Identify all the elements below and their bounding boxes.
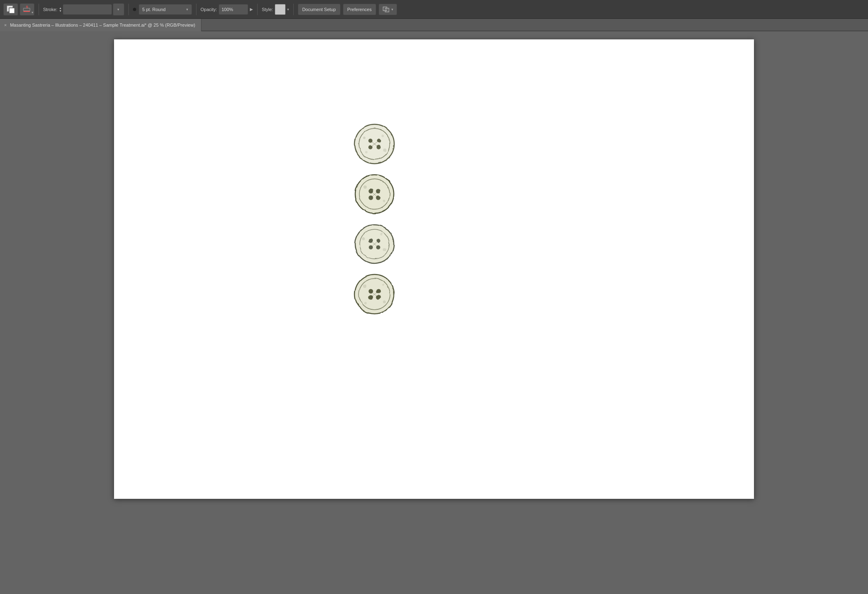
brush-dot-icon [133, 8, 136, 11]
button-artwork-3 [352, 222, 397, 267]
sep-1 [39, 4, 39, 15]
svg-point-38 [362, 238, 365, 240]
brush-dropdown-arrow: ▾ [186, 7, 188, 11]
sep-4 [257, 4, 258, 15]
opacity-group: Opacity: ▶ [201, 4, 253, 15]
stroke-value-input[interactable] [63, 4, 112, 15]
svg-point-40 [380, 233, 383, 235]
sep-3 [196, 4, 196, 15]
doc-tab-bar: × Masanting Sastreria – Illustrations – … [0, 19, 868, 31]
canvas-area [0, 31, 868, 594]
svg-point-18 [381, 135, 384, 137]
svg-point-16 [363, 137, 365, 139]
doc-tab[interactable]: × Masanting Sastreria – Illustrations – … [0, 19, 201, 31]
svg-point-29 [383, 200, 385, 202]
main-toolbar: S ▾ Stroke: ▲ ▼ ▾ 5 pt. Round ▾ Opacity:… [0, 0, 868, 19]
arrange-dropdown-arrow: ▾ [391, 7, 393, 11]
style-color-swatch[interactable] [275, 4, 286, 15]
button-artwork-4 [352, 272, 397, 317]
button-artwork-2 [352, 171, 397, 217]
fill-stroke-group: S ▾ [3, 3, 34, 16]
svg-point-51 [382, 284, 384, 286]
svg-point-39 [383, 248, 386, 251]
svg-point-20 [355, 175, 394, 213]
stroke-label: Stroke: [43, 7, 57, 12]
stroke-dropdown-btn[interactable]: ▾ [113, 3, 124, 16]
sep-5 [293, 4, 294, 15]
brush-name-label: 5 pt. Round [142, 7, 166, 12]
doc-tab-close-btn[interactable]: × [4, 23, 7, 27]
svg-point-49 [363, 285, 366, 288]
style-label: Style: [262, 7, 273, 12]
opacity-input[interactable] [219, 4, 248, 15]
svg-point-50 [383, 301, 386, 304]
doc-setup-button[interactable]: Document Setup [298, 4, 340, 15]
arrange-icon [382, 5, 391, 14]
doc-tab-title: Masanting Sastreria – Illustrations – 24… [10, 23, 195, 27]
stroke-spinbox[interactable]: ▲ ▼ [59, 7, 62, 12]
svg-text:S: S [26, 5, 28, 9]
stroke-group: Stroke: ▲ ▼ ▾ [43, 3, 124, 16]
svg-point-28 [363, 185, 367, 189]
svg-point-52 [364, 302, 367, 304]
preferences-button[interactable]: Preferences [343, 4, 376, 15]
opacity-label: Opacity: [201, 7, 217, 12]
button-artwork-1 [352, 121, 397, 167]
artwork-buttons-group [352, 121, 397, 317]
opacity-expand-btn[interactable]: ▶ [250, 7, 253, 11]
artboard [114, 39, 754, 499]
style-group: Style: ▾ [262, 4, 289, 15]
svg-point-17 [383, 148, 386, 152]
brush-selector-group: 5 pt. Round ▾ [133, 4, 192, 15]
svg-point-19 [365, 151, 368, 153]
stroke-color-btn[interactable]: S ▾ [20, 3, 34, 16]
brush-selector-btn[interactable]: 5 pt. Round ▾ [139, 4, 192, 15]
style-dropdown-arrow[interactable]: ▾ [287, 7, 289, 11]
arrange-btn[interactable]: ▾ [379, 4, 397, 15]
sep-2 [128, 4, 129, 15]
fill-color-btn[interactable] [3, 3, 18, 16]
svg-rect-2 [9, 8, 14, 13]
